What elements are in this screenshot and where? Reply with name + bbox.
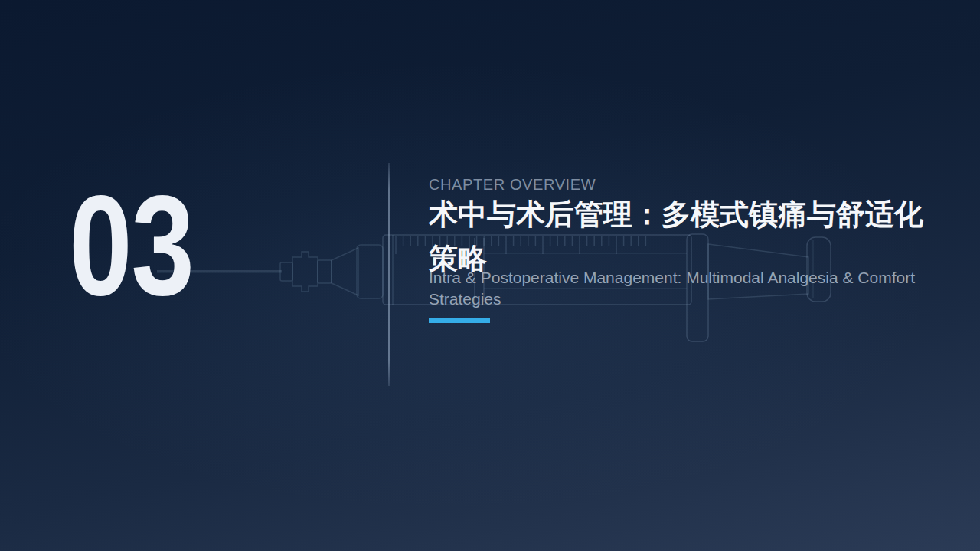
chapter-overview-label: CHAPTER OVERVIEW <box>429 176 596 194</box>
accent-bar <box>429 318 490 323</box>
chapter-number: 03 <box>69 174 193 317</box>
vertical-divider <box>388 163 390 386</box>
chapter-subtitle-en: Intra & Postoperative Management: Multim… <box>429 267 938 310</box>
chapter-divider-slide: 03 CHAPTER OVERVIEW 术中与术后管理：多模式镇痛与舒适化策略 … <box>0 0 980 551</box>
